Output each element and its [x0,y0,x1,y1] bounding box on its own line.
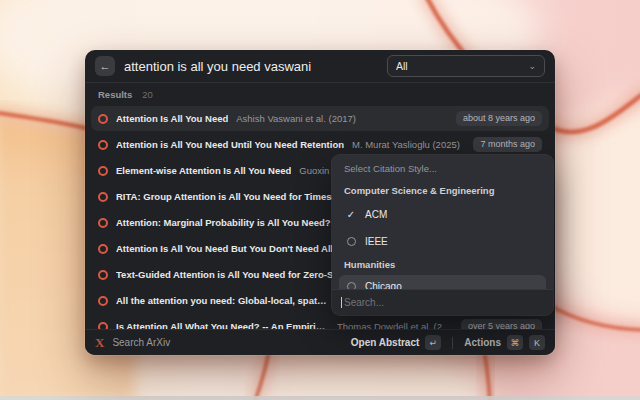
result-title: Attention is All You Need Until You Need… [116,139,344,150]
result-author: Ashish Vaswani et al. (2017) [236,113,356,124]
footer-divider [452,337,453,349]
chevron-down-icon: ⌄ [528,62,536,71]
check-icon: ✓ [345,209,357,220]
actions-button[interactable]: Actions ⌘ K [464,335,545,350]
result-author: M. Murat Yaslioglu (2025) [352,139,460,150]
arxiv-ring-icon [98,140,108,150]
extension-name-label: Search ArXiv [112,337,170,348]
radio-circle-icon [345,237,357,246]
open-abstract-label: Open Abstract [351,337,420,348]
menu-option-label: ACM [365,209,387,220]
back-button[interactable]: ← [95,56,115,76]
arxiv-ring-icon [98,166,108,176]
result-row[interactable]: Is Attention All What You Need? -- An Em… [91,314,549,329]
menu-option-label: Chicago [365,281,402,290]
result-title: Is Attention All What You Need? -- An Em… [116,321,329,329]
result-author: Thomas Dowdell et al. (2019) [337,321,453,329]
citation-style-list: Select Citation Style... Computer Scienc… [332,155,553,289]
menu-option-acm[interactable]: ✓ ACM [339,203,546,225]
results-label: Results [98,89,132,100]
return-key-badge: ↵ [425,335,441,350]
result-title: Attention: Marginal Probability is All Y… [116,217,331,228]
k-key-badge: K [529,335,545,350]
result-time-badge: 7 months ago [473,137,542,152]
arxiv-x-icon: X [95,335,104,351]
arxiv-ring-icon [98,296,108,306]
arxiv-ring-icon [98,192,108,202]
arxiv-ring-icon [98,114,108,124]
arxiv-ring-icon [98,218,108,228]
desktop: ← attention is all you need vaswani All … [0,0,640,400]
radio-circle-icon [345,282,357,290]
arrow-left-icon: ← [100,60,111,72]
result-time-badge: over 5 years ago [461,319,542,329]
menu-section-humanities: Humanities [344,259,541,270]
arxiv-ring-icon [98,270,108,280]
menu-search-placeholder: Search... [344,297,384,308]
menu-option-ieee[interactable]: IEEE [339,230,546,252]
search-query-input[interactable]: attention is all you need vaswani [124,59,311,74]
result-title: Attention Is All You Need [116,113,228,124]
results-section-header: Results 20 [85,83,555,106]
menu-title: Select Citation Style... [344,163,541,175]
results-count: 20 [142,89,153,100]
result-row[interactable]: Attention Is All You Need Ashish Vaswani… [91,106,549,131]
action-bar: X Search ArXiv Open Abstract ↵ Actions ⌘… [85,329,555,355]
search-header: ← attention is all you need vaswani All … [85,50,555,83]
text-caret [341,297,342,308]
open-abstract-button[interactable]: Open Abstract ↵ [351,335,442,350]
actions-label: Actions [464,337,501,348]
filter-value: All [396,60,408,72]
menu-option-label: IEEE [365,236,388,247]
result-row[interactable]: Attention is All You Need Until You Need… [91,132,549,157]
menu-search-input[interactable]: Search... [332,289,553,315]
result-title: All the attention you need: Global-local… [116,295,329,306]
menu-option-chicago[interactable]: Chicago [339,275,546,289]
result-time-badge: about 8 years ago [456,111,542,126]
citation-style-menu: Select Citation Style... Computer Scienc… [332,155,553,315]
arxiv-ring-icon [98,322,108,330]
filter-dropdown[interactable]: All ⌄ [387,55,545,77]
arxiv-ring-icon [98,244,108,254]
command-key-badge: ⌘ [507,335,523,350]
menu-section-cs-engineering: Computer Science & Engineering [344,185,541,196]
result-title: Element-wise Attention Is All You Need [116,165,291,176]
